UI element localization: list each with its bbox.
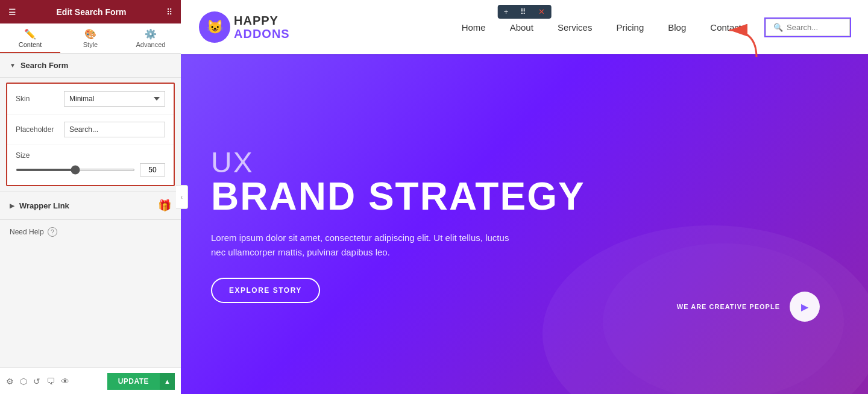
content-tab-label: Content: [19, 41, 42, 48]
size-label-row: Size: [16, 151, 165, 160]
bottom-bar-icons: ⚙ ⬡ ↺ 🗨 👁: [6, 377, 69, 386]
red-arrow: [717, 18, 766, 69]
explore-story-button[interactable]: EXPLORE STORY: [211, 278, 320, 303]
search-form-fields: Skin Minimal Classic Full Screen Placeho…: [6, 83, 175, 186]
wrapper-link-left: ▶ Wrapper Link: [10, 201, 69, 210]
placeholder-control: [64, 122, 165, 137]
nav-search-input[interactable]: [787, 23, 841, 32]
et-close-btn[interactable]: ✕: [532, 5, 551, 19]
update-button[interactable]: UPDATE: [107, 373, 160, 390]
skin-select[interactable]: Minimal Classic Full Screen: [64, 91, 165, 107]
svg-point-2: [603, 243, 844, 394]
nav-home[interactable]: Home: [450, 0, 498, 54]
tab-content[interactable]: ✏️ Content: [0, 23, 60, 53]
nav-services[interactable]: Services: [546, 0, 605, 54]
section-arrow-icon: ▼: [10, 62, 16, 69]
hamburger-icon[interactable]: ☰: [8, 7, 16, 17]
update-btn-group: UPDATE ▲: [107, 373, 175, 390]
site-logo: 😺 HAPPY ADDONS: [199, 11, 290, 43]
hero-section: UX BRAND STRATEGY Lorem ipsum dolor sit …: [181, 54, 868, 394]
et-move-btn[interactable]: ⠿: [514, 5, 532, 19]
nav-search-box: 🔍: [766, 19, 850, 36]
tab-advanced[interactable]: ⚙️ Advanced: [121, 23, 181, 53]
panel-header: ☰ Edit Search Form ⠿: [0, 0, 181, 23]
wrapper-link-label: Wrapper Link: [19, 201, 69, 210]
collapse-panel-arrow[interactable]: ‹: [176, 185, 188, 209]
nav-blog[interactable]: Blog: [656, 0, 698, 54]
need-help-section: Need Help ?: [0, 219, 181, 244]
size-value: 50: [140, 163, 165, 177]
placeholder-row: Placeholder: [7, 114, 174, 145]
need-help-label: Need Help: [10, 228, 44, 236]
style-tab-icon: 🎨: [84, 28, 96, 40]
wrapper-link-emoji: 🎁: [158, 199, 171, 212]
site-nav: + ⠿ ✕ 😺 HAPPY ADDONS Home About Services…: [181, 0, 868, 54]
preview-icon[interactable]: 👁: [61, 377, 69, 386]
nav-search-icon: 🔍: [773, 23, 783, 32]
content-tab-icon: ✏️: [24, 28, 36, 40]
logo-happy: HAPPY: [234, 14, 290, 27]
wrapper-link-arrow-icon: ▶: [10, 202, 14, 209]
skin-row: Skin Minimal Classic Full Screen: [7, 84, 174, 114]
wrapper-link-section[interactable]: ▶ Wrapper Link 🎁: [0, 191, 181, 219]
grid-icon[interactable]: ⠿: [166, 7, 172, 17]
right-content: + ⠿ ✕ 😺 HAPPY ADDONS Home About Services…: [181, 0, 868, 394]
layers-icon[interactable]: ⬡: [20, 377, 27, 386]
undo-icon[interactable]: ↺: [33, 377, 40, 386]
logo-icon: 😺: [199, 11, 230, 43]
logo-text: HAPPY ADDONS: [234, 14, 290, 40]
skin-control: Minimal Classic Full Screen: [64, 91, 165, 107]
help-circle-icon[interactable]: ?: [48, 227, 57, 237]
style-tab-label: Style: [83, 41, 98, 48]
et-add-btn[interactable]: +: [498, 5, 515, 19]
advanced-tab-label: Advanced: [136, 41, 166, 48]
bottom-bar: ⚙ ⬡ ↺ 🗨 👁 UPDATE ▲: [0, 367, 181, 394]
update-chevron-button[interactable]: ▲: [160, 373, 175, 390]
tab-style[interactable]: 🎨 Style: [60, 23, 121, 53]
skin-label: Skin: [16, 95, 64, 103]
panel-body: ▼ Search Form Skin Minimal Classic Full …: [0, 54, 181, 394]
placeholder-input[interactable]: [64, 122, 165, 137]
settings-icon[interactable]: ⚙: [6, 377, 14, 386]
size-slider-container: 50: [16, 163, 165, 177]
hero-description: Lorem ipsum dolor sit amet, consectetur …: [211, 231, 524, 260]
search-form-section-header[interactable]: ▼ Search Form: [0, 54, 181, 78]
hero-wave-decoration: [530, 153, 868, 394]
logo-emoji: 😺: [207, 19, 223, 35]
nav-links: Home About Services Pricing Blog Contact: [450, 0, 753, 54]
left-panel: ☰ Edit Search Form ⠿ ✏️ Content 🎨 Style …: [0, 0, 181, 394]
size-row: Size 50: [7, 145, 174, 185]
search-form-label: Search Form: [20, 61, 68, 70]
responsive-icon[interactable]: 🗨: [46, 377, 55, 386]
logo-addons: ADDONS: [234, 27, 290, 40]
size-label: Size: [16, 151, 30, 160]
panel-tabs: ✏️ Content 🎨 Style ⚙️ Advanced: [0, 23, 181, 54]
placeholder-label: Placeholder: [16, 125, 64, 134]
elementor-toolbar: + ⠿ ✕: [498, 5, 552, 19]
advanced-tab-icon: ⚙️: [145, 28, 157, 40]
panel-title: Edit Search Form: [57, 7, 127, 17]
nav-pricing[interactable]: Pricing: [604, 0, 656, 54]
size-slider[interactable]: [16, 169, 135, 171]
